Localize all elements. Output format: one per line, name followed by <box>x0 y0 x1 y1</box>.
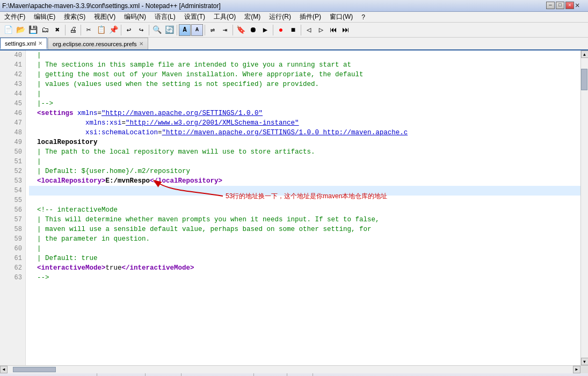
status-lines: lines : 264 <box>146 373 182 376</box>
code-line-54[interactable] <box>29 186 580 196</box>
line-number-52: 52 <box>0 167 22 176</box>
menu-encoding[interactable]: 编码(N) <box>120 11 150 23</box>
stop-button[interactable]: ■ <box>287 24 299 36</box>
code-line-47[interactable]: xmlns:xsi="http://www.w3.org/2001/XMLSch… <box>29 118 580 128</box>
tab-close-prefs[interactable]: ✕ <box>139 41 143 47</box>
save-all-button[interactable]: 🗂 <box>39 24 51 36</box>
replace-button[interactable]: 🔄 <box>163 24 175 36</box>
code-line-53[interactable]: <localRepository>E:/mvnRespo</localRepos… <box>29 176 580 186</box>
scrollbar-thumb[interactable] <box>581 69 587 90</box>
code-line-45[interactable]: |--> <box>29 99 580 109</box>
indent-button[interactable]: ⇥ <box>219 24 231 36</box>
close-window-button[interactable]: ✕ <box>565 2 574 9</box>
toolbar-sep-1 <box>65 25 66 35</box>
code-line-41[interactable]: | The sections in this sample file are i… <box>29 60 580 70</box>
scroll-up-button[interactable]: ▲ <box>581 50 589 58</box>
menu-view[interactable]: 视图(V) <box>90 11 120 23</box>
bookmark-button[interactable]: 🔖 <box>235 24 246 36</box>
nav-back-button[interactable]: ◁ <box>303 24 315 36</box>
code-line-43[interactable]: | values (values used when the setting i… <box>29 79 580 89</box>
line-number-53: 53 <box>0 176 22 186</box>
code-line-59[interactable]: | the parameter in question. <box>29 234 580 244</box>
toolbar-sep-6 <box>205 25 205 35</box>
nav-back2-button[interactable]: ⏮ <box>328 24 339 36</box>
code-line-40[interactable]: | <box>29 50 580 60</box>
open-file-button[interactable]: 📂 <box>14 24 26 36</box>
toolbar-sep-9 <box>301 25 301 35</box>
wrap-button[interactable]: ⇌ <box>207 24 219 36</box>
nav-fwd-button[interactable]: ▷ <box>315 24 327 36</box>
window-controls: ─ □ ✕ ✕ <box>546 2 586 10</box>
code-line-55[interactable] <box>29 196 580 205</box>
toolbar-sep-2 <box>81 25 81 35</box>
menu-run[interactable]: 运行(R) <box>265 11 295 23</box>
code-line-42[interactable]: | getting the most out of your Maven ins… <box>29 70 580 79</box>
menu-file[interactable]: 文件(F) <box>0 11 30 23</box>
run-macro-button[interactable]: ▶ <box>259 24 271 36</box>
menu-plugins[interactable]: 插件(P) <box>295 11 325 23</box>
code-line-56[interactable]: <!-- interactiveMode <box>29 205 580 215</box>
menu-macro[interactable]: 宏(M) <box>240 11 265 23</box>
menu-window[interactable]: 窗口(W) <box>325 11 357 23</box>
tab-close-settings-xml[interactable]: ✕ <box>38 40 42 46</box>
save-file-button[interactable]: 💾 <box>27 24 39 36</box>
h-scrollbar-track[interactable] <box>8 366 573 373</box>
status-length: length : 10,396 <box>97 373 146 376</box>
line-number-58: 58 <box>0 225 22 234</box>
scroll-down-button[interactable]: ▼ <box>581 358 589 365</box>
tab-prefs[interactable]: org.eclipse.core.resources.prefs ✕ <box>48 38 148 49</box>
status-file-type: eXtensible Markup Language file <box>2 373 97 376</box>
code-line-48[interactable]: xsi:schemaLocation="http://maven.apache.… <box>29 128 580 138</box>
maximize-button[interactable]: □ <box>556 2 564 9</box>
code-line-52[interactable]: | Default: ${user.home}/.m2/repository <box>29 167 580 176</box>
new-file-button[interactable]: 📄 <box>2 24 14 36</box>
vertical-scrollbar[interactable]: ▲ ▼ <box>580 50 588 365</box>
menu-edit[interactable]: 编辑(E) <box>30 11 60 23</box>
code-line-44[interactable]: | <box>29 89 580 99</box>
code-line-61[interactable]: | Default: true <box>29 254 580 263</box>
status-encoding: UTF-8 <box>287 373 313 376</box>
code-line-57[interactable]: | This will determine whether maven prom… <box>29 215 580 225</box>
code-line-49[interactable]: localRepository <box>29 138 580 147</box>
close-button[interactable]: ✖ <box>52 24 63 36</box>
code-line-51[interactable]: | <box>29 157 580 167</box>
tab-settings-xml[interactable]: settings.xml ✕ <box>0 38 47 49</box>
tab-bar: settings.xml ✕ org.eclipse.core.resource… <box>0 38 588 50</box>
record-button[interactable]: ● <box>275 24 287 36</box>
macro-button[interactable]: ⏺ <box>247 24 259 36</box>
scroll-right-button[interactable]: ▶ <box>573 366 580 373</box>
menu-search[interactable]: 搜索(S) <box>60 11 90 23</box>
minimize-button[interactable]: ─ <box>546 2 555 9</box>
copy-button[interactable]: 📋 <box>95 24 107 36</box>
print-button[interactable]: 🖨 <box>67 24 79 36</box>
code-line-60[interactable]: | <box>29 244 580 254</box>
paste-button[interactable]: 📌 <box>107 24 119 36</box>
zoom-in-button[interactable]: A <box>179 24 191 36</box>
h-scrollbar-thumb[interactable] <box>13 367 56 372</box>
cut-button[interactable]: ✂ <box>83 24 95 36</box>
menu-help[interactable]: ? <box>357 12 369 22</box>
zoom-out-button[interactable]: A <box>191 24 203 36</box>
nav-fwd2-button[interactable]: ⏭ <box>340 24 352 36</box>
scroll-left-button[interactable]: ◀ <box>0 366 8 373</box>
code-line-50[interactable]: | The path to the local repository maven… <box>29 147 580 157</box>
menu-tools[interactable]: 工具(O) <box>209 11 240 23</box>
line-number-50: 50 <box>0 147 22 157</box>
redo-button[interactable]: ↪ <box>135 24 147 36</box>
extra-close-button[interactable]: ✕ <box>575 2 586 10</box>
horizontal-scrollbar[interactable]: ◀ ▶ <box>0 365 588 373</box>
code-line-58[interactable]: | maven will use a sensible default valu… <box>29 225 580 234</box>
code-line-46[interactable]: <settings xmlns="http://maven.apache.org… <box>29 109 580 118</box>
code-panel[interactable]: 4041424344454647484950515253545556575859… <box>0 50 588 365</box>
code-content[interactable]: | | The sections in this sample file are… <box>26 50 580 365</box>
line-number-43: 43 <box>0 79 22 89</box>
code-line-62[interactable]: <interactiveMode>true</interactiveMode> <box>29 263 580 273</box>
undo-button[interactable]: ↩ <box>123 24 135 36</box>
title-bar: F:\Maven\apache-maven-3.3.9\conf\setting… <box>0 0 588 12</box>
menu-settings[interactable]: 设置(T) <box>180 11 209 23</box>
line-number-62: 62 <box>0 263 22 273</box>
find-button[interactable]: 🔍 <box>151 24 163 36</box>
line-number-42: 42 <box>0 70 22 79</box>
code-line-63[interactable]: --> <box>29 273 580 283</box>
menu-language[interactable]: 语言(L) <box>150 11 180 23</box>
